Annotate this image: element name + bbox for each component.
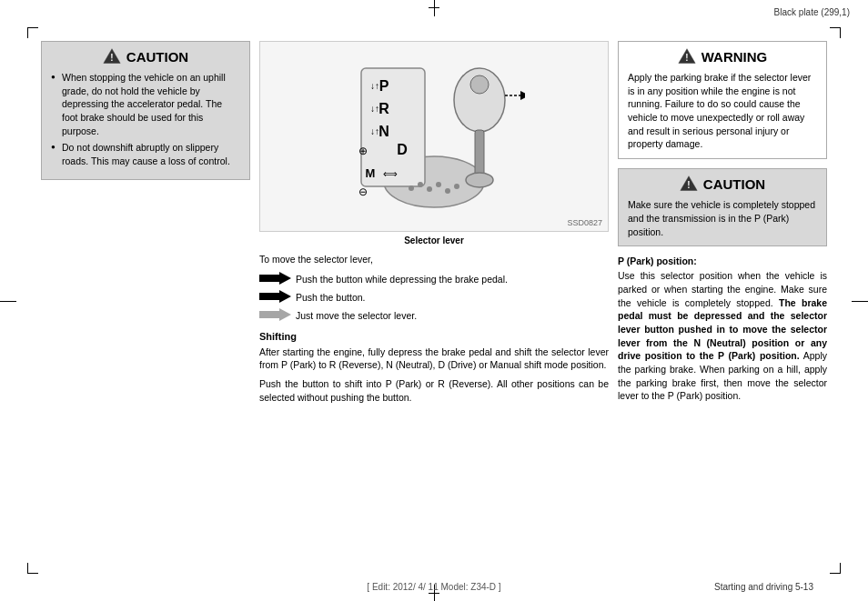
svg-text:⊖: ⊖ xyxy=(358,185,368,198)
svg-text:D: D xyxy=(397,142,408,157)
arrow-symbol-3 xyxy=(259,308,296,324)
svg-point-15 xyxy=(470,75,489,94)
svg-text:↓↑: ↓↑ xyxy=(370,81,379,91)
arrow-symbol-1 xyxy=(259,272,296,287)
svg-point-24 xyxy=(454,184,459,189)
svg-text:!: ! xyxy=(110,53,113,63)
caution-box-left: ! CAUTION When stopping the vehicle on a… xyxy=(41,41,250,180)
arrow-text-1: Push the button while depressing the bra… xyxy=(296,274,508,285)
svg-text:↓↑: ↓↑ xyxy=(370,126,379,136)
svg-text:!: ! xyxy=(687,180,690,190)
park-body: Use this selector position when the vehi… xyxy=(618,269,827,403)
svg-point-22 xyxy=(436,182,441,187)
caution-header-right: ! CAUTION xyxy=(628,175,817,193)
arrow-row-2: Push the button. xyxy=(259,290,609,306)
warning-title: WARNING xyxy=(701,49,768,65)
caution-list-left: When stopping the vehicle on an uphill g… xyxy=(51,71,240,168)
caution-header-left: ! CAUTION xyxy=(51,47,240,65)
middle-column: P ↓↑ R ↓↑ N ↓↑ D M ⟺ xyxy=(259,41,609,560)
arrow-text-2: Push the button. xyxy=(296,292,365,303)
svg-text:!: ! xyxy=(685,53,688,63)
svg-point-25 xyxy=(409,185,414,191)
caution-content-left: When stopping the vehicle on an uphill g… xyxy=(51,71,240,168)
caution-title-right: CAUTION xyxy=(703,176,765,192)
shifting-heading: Shifting xyxy=(259,331,609,342)
image-label: Selector lever xyxy=(259,235,609,245)
warning-box: ! WARNING Apply the parking brake if the… xyxy=(618,41,827,159)
image-code: SSD0827 xyxy=(567,218,602,227)
caution-icon-left: ! xyxy=(103,47,121,65)
caution-box-right: ! CAUTION Make sure the vehicle is compl… xyxy=(618,168,827,246)
edit-line: [ Edit: 2012/ 4/ 11 Model: Z34-D ] xyxy=(367,582,500,592)
warning-icon: ! xyxy=(678,47,696,65)
caution-text-right: Make sure the vehicle is completely stop… xyxy=(628,199,815,236)
svg-marker-28 xyxy=(259,308,291,321)
corner-mark-bl xyxy=(27,563,38,574)
corner-mark-br xyxy=(830,563,841,574)
right-column: ! WARNING Apply the parking brake if the… xyxy=(618,41,827,560)
page-header: Black plate (299,1) xyxy=(774,7,850,17)
crosshair-top xyxy=(425,0,443,27)
arrow-row-1: Push the button while depressing the bra… xyxy=(259,272,609,287)
svg-marker-17 xyxy=(520,91,525,100)
selector-image-inner: P ↓↑ R ↓↑ N ↓↑ D M ⟺ xyxy=(260,42,608,231)
page-header-text: Black plate (299,1) xyxy=(774,7,850,17)
shifting-para2: Push the button to shift into P (Park) o… xyxy=(259,377,609,404)
selector-diagram: P ↓↑ R ↓↑ N ↓↑ D M ⟺ xyxy=(343,50,525,223)
svg-point-21 xyxy=(427,186,432,192)
svg-text:⊕: ⊕ xyxy=(358,145,368,157)
left-column: ! CAUTION When stopping the vehicle on a… xyxy=(41,41,250,560)
arrow-instructions: Push the button while depressing the bra… xyxy=(259,272,609,324)
svg-marker-26 xyxy=(259,272,291,285)
side-mark-left xyxy=(0,295,18,307)
to-move-label: To move the selector lever, xyxy=(259,253,609,266)
corner-mark-tl xyxy=(27,27,38,38)
caution-content-right: Make sure the vehicle is completely stop… xyxy=(628,198,817,238)
svg-text:↓↑: ↓↑ xyxy=(370,104,379,114)
caution-icon-right: ! xyxy=(680,175,698,193)
caution-title-left: CAUTION xyxy=(126,49,188,65)
corner-mark-tr xyxy=(830,27,841,38)
arrow-row-3: Just move the selector lever. xyxy=(259,308,609,324)
svg-text:N: N xyxy=(378,124,389,139)
selector-image-box: P ↓↑ R ↓↑ N ↓↑ D M ⟺ xyxy=(259,41,609,232)
svg-text:P: P xyxy=(379,78,389,94)
warning-header: ! WARNING xyxy=(628,47,817,65)
warning-content: Apply the parking brake if the selector … xyxy=(628,71,817,151)
side-mark-right xyxy=(850,295,868,307)
shifting-para1: After starting the engine, fully depress… xyxy=(259,346,609,372)
svg-marker-27 xyxy=(259,290,291,303)
svg-text:R: R xyxy=(378,101,389,116)
caution-item-2: Do not downshift abruptly on slippery ro… xyxy=(51,141,240,167)
svg-point-23 xyxy=(445,188,450,194)
arrow-text-3: Just move the selector lever. xyxy=(296,310,417,321)
park-heading: P (Park) position: xyxy=(618,255,827,266)
svg-point-20 xyxy=(418,182,423,187)
svg-text:⟺: ⟺ xyxy=(383,168,398,179)
svg-point-19 xyxy=(466,173,493,187)
footer-edit: [ Edit: 2012/ 4/ 11 Model: Z34-D ] xyxy=(0,582,868,592)
arrow-symbol-2 xyxy=(259,290,296,306)
svg-text:M: M xyxy=(366,166,376,180)
main-content: ! CAUTION When stopping the vehicle on a… xyxy=(41,41,827,560)
caution-item-1: When stopping the vehicle on an uphill g… xyxy=(51,71,240,137)
warning-text: Apply the parking brake if the selector … xyxy=(628,72,811,149)
